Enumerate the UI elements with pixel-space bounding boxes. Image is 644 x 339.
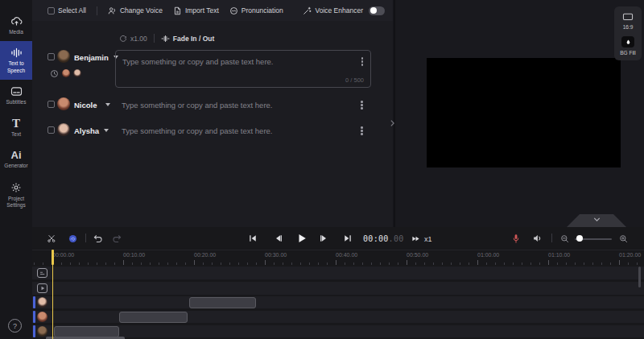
tts-toolbar: Select All Change Voice Import Text Pron xyxy=(32,0,393,21)
collapse-preview-tab[interactable] xyxy=(567,214,626,227)
skip-to-end-icon[interactable] xyxy=(343,234,353,243)
bg-fill-icon xyxy=(621,36,634,48)
zoom-out-icon[interactable] xyxy=(560,234,569,243)
bg-fill-button[interactable]: BG Fill xyxy=(620,36,636,56)
sidebar-item-text[interactable]: T Text xyxy=(0,112,32,143)
change-voice-label: Change Voice xyxy=(120,6,163,14)
voice-dropdown-caret[interactable] xyxy=(104,129,109,132)
smart-edit-icon[interactable] xyxy=(68,234,78,244)
subtitle-track-icon[interactable] xyxy=(37,268,47,278)
select-all-checkbox[interactable] xyxy=(47,7,55,14)
zoom-fit-icon[interactable] xyxy=(619,234,628,243)
voice-enhancer-control: Voice Enhancer xyxy=(303,6,385,15)
tts-placeholder[interactable]: Type something or copy and paste text he… xyxy=(122,101,272,110)
avatar-benjamin[interactable] xyxy=(57,50,70,63)
speed-control[interactable]: x1.00 xyxy=(119,35,147,43)
subtitle-track-lane[interactable] xyxy=(32,267,644,279)
sidebar-item-media[interactable]: Media xyxy=(0,10,32,41)
voice-name-benjamin[interactable]: Benjamin xyxy=(74,53,109,62)
import-text-button[interactable]: Import Text xyxy=(173,6,219,15)
audio-clip-nicole[interactable] xyxy=(119,312,188,323)
row-menu-icon[interactable] xyxy=(361,104,363,106)
change-voice-button[interactable]: Change Voice xyxy=(108,6,163,15)
help-button[interactable]: ? xyxy=(8,319,22,333)
preview-panel: 16:9 BG Fill xyxy=(394,0,644,227)
track-avatar-nicole[interactable] xyxy=(37,312,47,322)
audio-clip-alysha[interactable] xyxy=(189,297,256,308)
previous-frame-icon[interactable] xyxy=(274,234,283,243)
timeline-scrollbar[interactable] xyxy=(638,267,641,287)
row-checkbox-nicole[interactable] xyxy=(47,101,55,108)
text-to-speech-waveform-icon xyxy=(10,48,23,58)
sidebar-item-project-settings[interactable]: Project Settings xyxy=(0,176,32,215)
ruler-label: 00:10.00 xyxy=(123,252,145,258)
playback-speed-value[interactable]: x1 xyxy=(424,235,432,243)
tts-placeholder[interactable]: Type something or copy and paste text he… xyxy=(122,126,272,135)
audio-clip-benjamin[interactable] xyxy=(54,326,119,337)
ruler-label: 00:30.00 xyxy=(265,252,287,258)
volume-icon[interactable] xyxy=(532,234,543,243)
timeline-ruler[interactable]: 00:00.00 00:10.00 00:20.00 00:30.00 00:4… xyxy=(32,250,644,266)
video-track-icon[interactable] xyxy=(37,283,47,293)
recent-voices-icon[interactable] xyxy=(50,69,59,78)
pronunciation-button[interactable]: Pronunciation xyxy=(229,6,283,15)
track-avatar-benjamin[interactable] xyxy=(37,326,47,337)
redo-icon[interactable] xyxy=(112,234,122,244)
undo-icon[interactable] xyxy=(93,234,103,244)
video-track-lane[interactable] xyxy=(32,282,644,295)
audio-track-lane-alysha[interactable] xyxy=(32,296,644,308)
tts-text-input-benjamin[interactable]: Type something or copy and paste text he… xyxy=(115,50,371,88)
sidebar-item-label: Text to Speech xyxy=(2,60,31,74)
row-menu-icon[interactable] xyxy=(361,60,364,63)
aspect-ratio-button[interactable]: 16:9 xyxy=(622,12,634,30)
record-mic-icon[interactable] xyxy=(511,234,521,244)
select-all-label: Select All xyxy=(58,6,86,14)
next-frame-icon[interactable] xyxy=(319,234,328,243)
recent-voice-avatar-2[interactable] xyxy=(73,69,81,77)
playhead-line xyxy=(52,263,54,339)
video-preview[interactable] xyxy=(427,58,621,167)
avatar-alysha[interactable] xyxy=(57,123,70,136)
subtitles-icon xyxy=(10,86,23,97)
zoom-slider-knob[interactable] xyxy=(576,235,583,242)
timecode-frames: .00 xyxy=(389,234,404,243)
sidebar-item-label: Subtitles xyxy=(2,99,31,105)
avatar-nicole[interactable] xyxy=(57,97,70,110)
pronunciation-icon xyxy=(229,6,238,15)
text-icon: T xyxy=(12,118,20,129)
sidebar-item-subtitles[interactable]: Subtitles xyxy=(0,80,32,111)
row-checkbox-benjamin[interactable] xyxy=(47,53,55,60)
select-all-control[interactable]: Select All xyxy=(47,6,86,14)
voice-enhancer-toggle[interactable] xyxy=(369,6,385,15)
row-menu-icon[interactable] xyxy=(361,130,363,132)
play-button[interactable] xyxy=(296,233,308,244)
sidebar-item-generator[interactable]: Ai Generator xyxy=(0,143,32,175)
voice-name-alysha[interactable]: Alysha xyxy=(74,126,99,135)
recent-voice-avatar-1[interactable] xyxy=(62,69,70,77)
ruler-label: 01:20.00 xyxy=(619,252,641,258)
fade-icon xyxy=(161,35,170,43)
text-to-speech-panel: Select All Change Voice Import Text Pron xyxy=(32,0,393,227)
playback-speed-icon[interactable] xyxy=(411,235,420,242)
ruler-label: 01:10.00 xyxy=(548,252,570,258)
voice-enhancer-label: Voice Enhancer xyxy=(315,6,363,14)
fade-in-out-button[interactable]: Fade In / Out xyxy=(161,35,214,43)
sidebar-item-label: Project Settings xyxy=(2,196,31,209)
voice-name-nicole[interactable]: Nicole xyxy=(74,101,97,110)
panel-expand-handle[interactable] xyxy=(389,115,396,131)
char-counter: 0 / 500 xyxy=(345,76,364,84)
split-scissors-icon[interactable] xyxy=(47,234,56,243)
ruler-label: 01:00.00 xyxy=(477,252,499,258)
voice-dropdown-caret[interactable] xyxy=(105,103,110,106)
track-avatar-alysha[interactable] xyxy=(37,297,47,308)
monitor-icon xyxy=(622,12,634,22)
row-checkbox-alysha[interactable] xyxy=(47,126,55,134)
sidebar-item-text-to-speech[interactable]: Text to Speech xyxy=(0,41,32,80)
skip-to-start-icon[interactable] xyxy=(248,234,258,243)
voice-options-row: x1.00 Fade In / Out xyxy=(119,34,214,43)
preview-controls: 16:9 BG Fill xyxy=(614,6,642,60)
help-icon: ? xyxy=(13,322,17,330)
audio-track-lane-benjamin[interactable] xyxy=(32,325,644,337)
timecode-display: 00:00.00 xyxy=(363,234,404,243)
ruler-label: 00:00.00 xyxy=(52,252,74,258)
